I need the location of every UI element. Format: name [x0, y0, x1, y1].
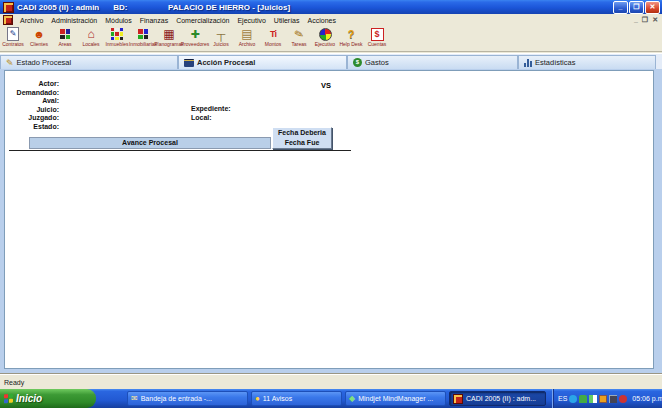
tab-gastos[interactable]: $ Gastos — [347, 55, 518, 69]
toolbar-proveedores-button[interactable]: ✚ Proveedores — [182, 27, 208, 51]
contract-icon: ✎ — [5, 27, 21, 41]
toolbar-planogramas-button[interactable]: ▦ Planogramas — [156, 27, 182, 51]
toolbar-tareas-button[interactable]: ✎ Tareas — [286, 27, 312, 51]
minimize-button[interactable]: _ — [613, 1, 628, 14]
task-mindmanager[interactable]: ◆ Mindjet MindManager ... — [345, 391, 446, 406]
actor-label: Actor: — [9, 80, 59, 89]
archive-icon: ▤ — [239, 27, 255, 41]
proveedores-icon: ✚ — [187, 27, 203, 41]
menu-utilerias[interactable]: Utilerías — [270, 17, 304, 24]
aval-label: Aval: — [9, 97, 59, 106]
accion-procesal-panel: Actor: Demandado: Aval: Juicio: Juzgado:… — [4, 70, 654, 369]
menu-bar: Archivo Administración Módulos Finanzas … — [0, 14, 662, 26]
briefcase-icon — [184, 59, 194, 67]
toolbar: ✎ Contratos ☻ Clientes Areas ⌂ Locales I… — [0, 26, 662, 52]
menu-modulos[interactable]: Módulos — [101, 17, 135, 24]
client-icon: ☻ — [31, 27, 47, 41]
menu-administracion[interactable]: Administración — [47, 17, 101, 24]
toolbar-helpdesk-button[interactable]: ? Help Desk — [338, 27, 364, 51]
antivirus-icon[interactable] — [619, 395, 627, 403]
menu-ejecutivo[interactable]: Ejecutivo — [233, 17, 269, 24]
toolbar-archivo-button[interactable]: ▤ Archivo — [234, 27, 260, 51]
mindmanager-icon: ◆ — [349, 395, 355, 403]
mdi-restore-button[interactable]: ❐ — [642, 16, 648, 24]
task-cadi[interactable]: CADI 2005 (II) : adm... — [449, 391, 546, 406]
form-labels: Actor: Demandado: Aval: Juicio: Juzgado:… — [9, 80, 59, 131]
areas-icon — [57, 27, 73, 41]
toolbar-montos-button[interactable]: Ti Montos — [260, 27, 286, 51]
toolbar-clientes-button[interactable]: ☻ Clientes — [26, 27, 52, 51]
helpdesk-icon: ? — [343, 27, 359, 41]
inmobiliarias-icon — [135, 27, 151, 41]
status-bar: Ready — [0, 374, 662, 389]
toolbar-cuentas-button[interactable]: $ Cuentas — [364, 27, 390, 51]
taskbar: Inicio ✉ Bandeja de entrada -... ● 11 Av… — [0, 389, 662, 408]
document-title: PALACIO DE HIERRO - [Juicios] — [168, 3, 290, 12]
task-bandeja-entrada[interactable]: ✉ Bandeja de entrada -... — [127, 391, 248, 406]
tab-strip: ✎ Estado Procesal Acción Procesal $ Gast… — [0, 53, 662, 70]
tab-accion-procesal[interactable]: Acción Procesal — [178, 55, 347, 69]
user-status-icon[interactable] — [579, 395, 587, 403]
table-divider — [9, 150, 351, 151]
language-indicator[interactable]: ES — [558, 395, 567, 402]
toolbar-locales-button[interactable]: ⌂ Locales — [78, 27, 104, 51]
planogramas-icon: ▦ — [161, 27, 177, 41]
menu-archivo[interactable]: Archivo — [16, 17, 47, 24]
mail-icon: ✉ — [131, 395, 138, 403]
display-icon[interactable] — [609, 395, 617, 403]
locales-icon: ⌂ — [83, 27, 99, 41]
toolbar-inmuebles-button[interactable]: Inmuebles — [104, 27, 130, 51]
cuentas-icon: $ — [369, 27, 385, 41]
fecha-column-header[interactable]: Fecha Deberia Fecha Fue — [272, 127, 332, 149]
menu-comercializacion[interactable]: Comercialización — [172, 17, 233, 24]
alert-icon: ● — [255, 395, 260, 403]
restore-button[interactable]: ❐ — [629, 1, 644, 14]
messenger-icon[interactable] — [569, 395, 577, 403]
cadi-app-icon — [453, 394, 463, 404]
quill-icon: ✎ — [6, 58, 14, 68]
update-icon[interactable] — [599, 395, 607, 403]
inmuebles-icon — [109, 27, 125, 41]
juicio-label: Juicio: — [9, 106, 59, 115]
menu-acciones[interactable]: Acciones — [304, 17, 340, 24]
toolbar-ejecutivo-button[interactable]: Ejecutivo — [312, 27, 338, 51]
network-icon[interactable] — [589, 395, 597, 403]
task-avisos[interactable]: ● 11 Avisos — [251, 391, 342, 406]
local-label: Local: — [191, 114, 212, 121]
status-text: Ready — [4, 379, 24, 386]
chart-icon — [524, 58, 532, 67]
estado-label: Estado: — [9, 123, 59, 132]
toolbar-inmobiliarias-button[interactable]: Inmobiliarias — [130, 27, 156, 51]
demandado-label: Demandado: — [9, 89, 59, 98]
juicios-icon: ┬ — [213, 27, 229, 41]
close-button[interactable]: ✕ — [645, 1, 660, 14]
app-icon — [3, 2, 14, 13]
mdi-minimize-button[interactable]: _ — [634, 16, 638, 24]
ejecutivo-icon — [317, 27, 333, 41]
avance-procesal-column-header[interactable]: Avance Procesal — [29, 137, 271, 149]
windows-logo-icon — [4, 394, 13, 404]
window-title: CADI 2005 (II) : admin — [17, 3, 99, 12]
expediente-label: Expediente: — [191, 105, 231, 112]
montos-icon: Ti — [265, 27, 281, 41]
menu-finanzas[interactable]: Finanzas — [136, 17, 172, 24]
juzgado-label: Juzgado: — [9, 114, 59, 123]
tab-estadisticas[interactable]: Estadísticas — [518, 55, 656, 69]
bd-label: BD: — [113, 3, 127, 12]
toolbar-contratos-button[interactable]: ✎ Contratos — [0, 27, 26, 51]
money-icon: $ — [353, 58, 362, 67]
content-frame: Actor: Demandado: Aval: Juicio: Juzgado:… — [0, 69, 662, 374]
system-tray: ES 05:06 p.m. — [552, 389, 662, 408]
mdi-close-button[interactable]: ✕ — [652, 16, 658, 24]
mdi-child-icon — [3, 15, 13, 25]
tab-estado-procesal[interactable]: ✎ Estado Procesal — [0, 55, 178, 69]
title-bar: CADI 2005 (II) : admin BD: PALACIO DE HI… — [0, 0, 662, 14]
toolbar-areas-button[interactable]: Areas — [52, 27, 78, 51]
application-window: CADI 2005 (II) : admin BD: PALACIO DE HI… — [0, 0, 662, 408]
start-button[interactable]: Inicio — [0, 389, 96, 408]
toolbar-juicios-button[interactable]: ┬ Juicios — [208, 27, 234, 51]
clock[interactable]: 05:06 p.m. — [632, 395, 662, 402]
vs-label: VS — [321, 81, 331, 90]
